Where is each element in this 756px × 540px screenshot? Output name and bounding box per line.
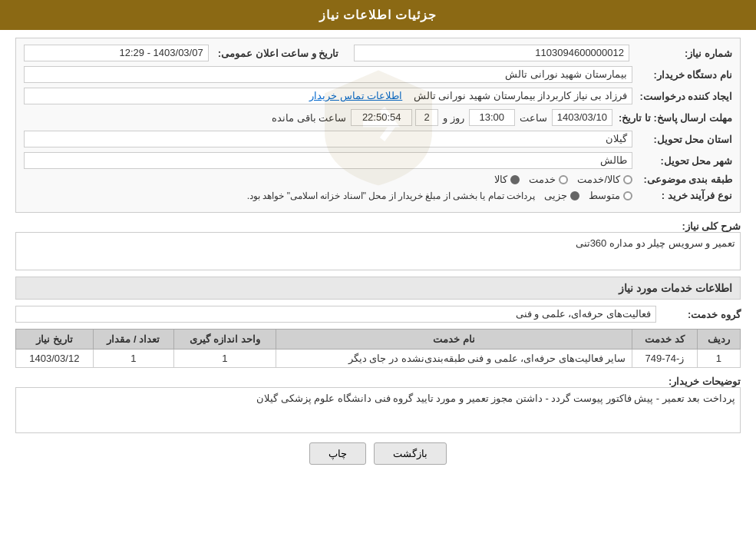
content-area: شماره نیاز: 1103094600000012 تاریخ و ساع… bbox=[0, 30, 756, 472]
cell-qty: 1 bbox=[93, 350, 173, 368]
action-buttons: بازگشت چاپ bbox=[15, 442, 741, 465]
buyer-notes-label: توضیحات خریدار: bbox=[656, 376, 741, 387]
buyer-notes-value: پرداخت بعد تعمیر - پیش فاکتور پیوست گردد… bbox=[15, 387, 741, 433]
city-value: طالش bbox=[24, 152, 632, 169]
buyer-org-label: نام دستگاه خریدار: bbox=[632, 69, 732, 81]
cell-date: 1403/03/12 bbox=[16, 350, 94, 368]
category-option-kala-khedmat[interactable]: کالا/خدمت bbox=[577, 174, 632, 185]
table-col-unit: واحد اندازه گیری bbox=[174, 330, 276, 350]
deadline-remaining-label: ساعت باقی مانده bbox=[272, 112, 346, 124]
service-group-label: گروه خدمت: bbox=[656, 309, 741, 320]
cell-unit: 1 bbox=[174, 350, 276, 368]
city-row: شهر محل تحویل: طالش bbox=[24, 152, 732, 169]
city-label: شهر محل تحویل: bbox=[632, 155, 732, 167]
page-wrapper: جزئیات اطلاعات نیاز شماره نیاز: 11030946… bbox=[0, 0, 756, 540]
table-col-date: تاریخ نیاز bbox=[16, 330, 94, 350]
back-button[interactable]: بازگشت bbox=[374, 442, 447, 465]
table-col-qty: تعداد / مقدار bbox=[93, 330, 173, 350]
category-label: طبقه بندی موضوعی: bbox=[632, 174, 732, 185]
radio-khedmat-icon bbox=[559, 175, 568, 184]
cell-code: ز-74-749 bbox=[632, 350, 697, 368]
services-section-title: اطلاعات خدمات مورد نیاز bbox=[15, 277, 741, 300]
announce-date-label: تاریخ و ساعت اعلان عمومی: bbox=[212, 48, 339, 59]
deadline-time-label: ساعت bbox=[520, 112, 547, 124]
deadline-days-label: روز و bbox=[443, 112, 464, 124]
service-group-value: فعالیت‌های حرفه‌ای، علمی و فنی bbox=[15, 306, 656, 323]
purchase-type-option-motavasset[interactable]: متوسط bbox=[589, 190, 632, 201]
buyer-org-value: بیمارستان شهید نورانی تالش bbox=[24, 66, 632, 83]
need-desc-label: شرح کلی نیاز: bbox=[656, 220, 741, 232]
page-header: جزئیات اطلاعات نیاز bbox=[0, 0, 756, 30]
need-desc-row: شرح کلی نیاز: تعمیر و سرویس چیلر دو مدار… bbox=[15, 220, 741, 270]
need-desc-value: تعمیر و سرویس چیلر دو مداره 360تنی bbox=[15, 232, 741, 270]
radio-motavasset-icon bbox=[623, 191, 632, 200]
main-form-section: شماره نیاز: 1103094600000012 تاریخ و ساع… bbox=[15, 38, 741, 213]
creator-row: ایجاد کننده درخواست: فرزاد بی نیاز کاربر… bbox=[24, 88, 732, 104]
deadline-time: 13:00 bbox=[469, 109, 515, 126]
need-number-value: 1103094600000012 bbox=[354, 45, 629, 61]
purchase-type-label: نوع فرآیند خرید : bbox=[632, 190, 732, 201]
buyer-notes-row: توضیحات خریدار: پرداخت بعد تعمیر - پیش ف… bbox=[15, 376, 741, 433]
creator-value: فرزاد بی نیاز کاربرداز بیمارستان شهید نو… bbox=[24, 88, 632, 104]
table-col-rownum: ردیف bbox=[697, 330, 740, 350]
purchase-type-row: نوع فرآیند خرید : متوسط جزیی پرداخت تمام… bbox=[24, 190, 732, 201]
deadline-date: 1403/03/10 bbox=[552, 109, 612, 126]
table-col-code: کد خدمت bbox=[632, 330, 697, 350]
purchase-type-option-jozii[interactable]: جزیی bbox=[544, 190, 579, 201]
radio-jozii-icon bbox=[570, 191, 579, 200]
category-radio-group: کالا/خدمت خدمت کالا bbox=[494, 174, 632, 185]
cell-rownum: 1 bbox=[697, 350, 740, 368]
creator-link[interactable]: اطلاعات تماس خریدار bbox=[309, 90, 402, 101]
service-group-row: گروه خدمت: فعالیت‌های حرفه‌ای، علمی و فن… bbox=[15, 306, 741, 323]
table-row: 1 ز-74-749 سایر فعالیت‌های حرفه‌ای، علمی… bbox=[16, 350, 741, 368]
need-number-row: شماره نیاز: 1103094600000012 تاریخ و ساع… bbox=[24, 45, 732, 61]
buyer-org-row: نام دستگاه خریدار: بیمارستان شهید نورانی… bbox=[24, 66, 732, 83]
need-number-label: شماره نیاز: bbox=[632, 48, 732, 59]
page-title: جزئیات اطلاعات نیاز bbox=[319, 8, 437, 22]
province-row: استان محل تحویل: گیلان bbox=[24, 131, 732, 147]
purchase-type-note: پرداخت تمام یا بخشی از مبلغ خریدار از مح… bbox=[247, 190, 535, 201]
purchase-type-radio-group: متوسط جزیی bbox=[544, 190, 632, 201]
print-button[interactable]: چاپ bbox=[309, 442, 366, 465]
province-value: گیلان bbox=[24, 131, 632, 147]
services-table: ردیف کد خدمت نام خدمت واحد اندازه گیری ت… bbox=[15, 329, 741, 368]
province-label: استان محل تحویل: bbox=[632, 134, 732, 145]
radio-kala-icon bbox=[510, 175, 520, 184]
category-option-khedmat[interactable]: خدمت bbox=[529, 174, 568, 185]
table-col-name: نام خدمت bbox=[276, 330, 632, 350]
creator-label: ایجاد کننده درخواست: bbox=[632, 91, 732, 102]
category-row: طبقه بندی موضوعی: کالا/خدمت خدمت کالا bbox=[24, 174, 732, 185]
radio-kala-khedmat-icon bbox=[623, 175, 632, 184]
category-option-kala[interactable]: کالا bbox=[494, 174, 520, 185]
deadline-row: مهلت ارسال پاسخ: تا تاریخ: 1403/03/10 سا… bbox=[24, 109, 732, 126]
deadline-label: مهلت ارسال پاسخ: تا تاریخ: bbox=[612, 112, 732, 124]
deadline-days: 2 bbox=[415, 109, 438, 126]
announce-date-value: 1403/03/07 - 12:29 bbox=[24, 45, 209, 61]
deadline-remaining: 22:50:54 bbox=[351, 109, 412, 126]
cell-name: سایر فعالیت‌های حرفه‌ای، علمی و فنی طبقه… bbox=[276, 350, 632, 368]
